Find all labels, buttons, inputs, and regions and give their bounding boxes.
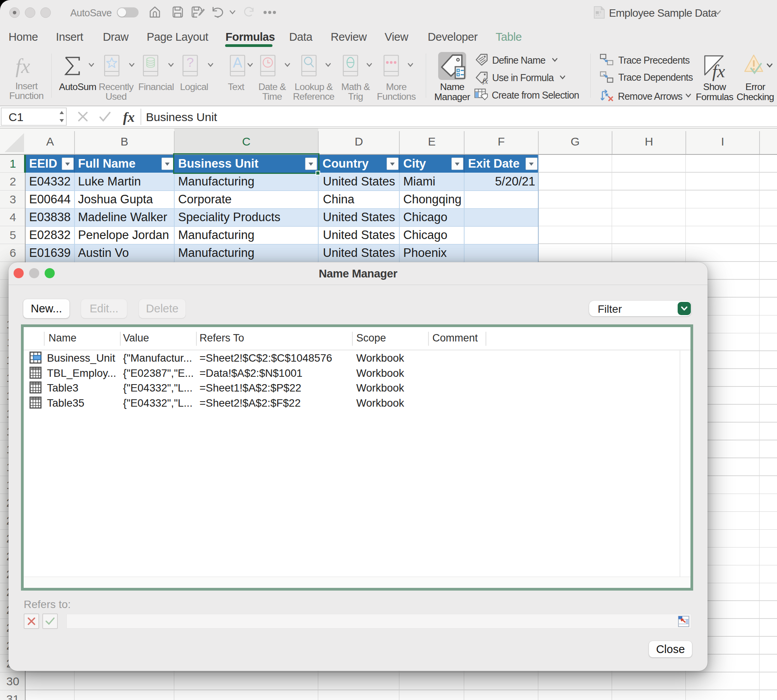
svg-text:fx: fx — [712, 61, 725, 81]
svg-text:?: ? — [187, 55, 194, 69]
svg-text:fx: fx — [482, 77, 488, 85]
svg-text:A: A — [233, 55, 242, 71]
